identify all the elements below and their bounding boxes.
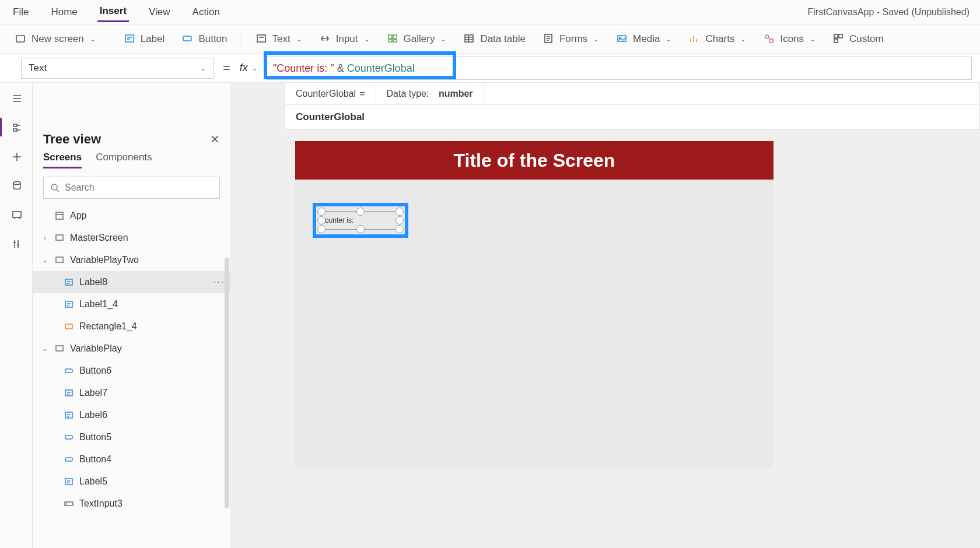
resize-handle[interactable] xyxy=(356,225,365,233)
resize-handle[interactable] xyxy=(317,225,326,233)
resize-handle[interactable] xyxy=(396,216,404,224)
chevron-down-icon: ⌄ xyxy=(251,64,257,72)
button-icon xyxy=(182,33,194,45)
menu-action[interactable]: Action xyxy=(190,3,222,22)
data-table-icon xyxy=(464,33,475,45)
expand-icon[interactable]: › xyxy=(41,234,49,242)
search-icon xyxy=(50,182,60,193)
expand-icon[interactable]: ⌄ xyxy=(41,345,49,353)
tree-search[interactable] xyxy=(43,177,220,199)
menu-file[interactable]: File xyxy=(10,3,31,22)
equals-label: = xyxy=(223,61,230,76)
property-select[interactable]: Text ⌄ xyxy=(21,58,214,79)
menu-insert[interactable]: Insert xyxy=(97,2,129,22)
tree-node-label6[interactable]: Label6 xyxy=(33,404,230,426)
tree-node-textinput3[interactable]: TextInput3 xyxy=(33,493,230,515)
intellisense-suggestion[interactable]: CounterGlobal xyxy=(285,105,979,129)
more-icon[interactable]: ··· xyxy=(214,277,225,287)
input-button[interactable]: Input⌄ xyxy=(313,30,377,48)
tree-list: App›MasterScreen⌄VariablePlayTwoLabel8··… xyxy=(33,205,230,548)
resize-handle[interactable] xyxy=(396,208,404,216)
charts-button[interactable]: Charts⌄ xyxy=(682,30,753,48)
fx-button[interactable]: fx⌄ xyxy=(240,62,257,74)
tree-node-label: Label1_4 xyxy=(79,299,118,310)
tree-node-app[interactable]: App xyxy=(33,205,230,227)
resize-handle[interactable] xyxy=(317,216,326,224)
svg-rect-14 xyxy=(834,34,838,38)
tree-node-label: Label7 xyxy=(79,388,107,398)
tree-node-label: Button6 xyxy=(79,366,111,376)
svg-rect-20 xyxy=(56,212,63,219)
gallery-button[interactable]: Gallery⌄ xyxy=(380,30,454,48)
tree-node-label: Label5 xyxy=(79,476,107,487)
selected-control-highlight[interactable]: ounter is: xyxy=(313,203,408,238)
tab-screens[interactable]: Screens xyxy=(43,152,82,168)
label-label: Label xyxy=(141,33,165,45)
tree-node-rectangle1_4[interactable]: Rectangle1_4 xyxy=(33,315,230,338)
tree-node-masterscreen[interactable]: ›MasterScreen xyxy=(33,227,230,249)
forms-button[interactable]: Forms⌄ xyxy=(536,30,606,48)
icons-button[interactable]: Icons⌄ xyxy=(757,30,822,48)
svg-rect-30 xyxy=(65,435,72,439)
tree-view-icon[interactable] xyxy=(9,120,23,134)
tree-node-label: Rectangle1_4 xyxy=(79,321,137,332)
formula-input[interactable]: "Counter is: " & CounterGlobal xyxy=(267,57,972,80)
app-title: FirstCanvasApp - Saved (Unpublished) xyxy=(808,7,970,17)
tree-tabs: Screens Components xyxy=(33,152,230,174)
data-icon[interactable] xyxy=(9,178,23,192)
button-button[interactable]: Button xyxy=(175,30,234,48)
new-screen-button[interactable]: New screen⌄ xyxy=(8,30,103,48)
tree-node-button5[interactable]: Button5 xyxy=(33,426,230,448)
tree-node-button6[interactable]: Button6 xyxy=(33,360,230,382)
text-button[interactable]: Text⌄ xyxy=(249,30,309,48)
custom-label: Custom xyxy=(849,33,884,45)
tree-node-variableplay[interactable]: ⌄VariablePlay xyxy=(33,338,230,360)
data-table-button[interactable]: Data table xyxy=(457,30,533,48)
tree-search-input[interactable] xyxy=(65,182,214,193)
forms-icon xyxy=(543,33,555,45)
svg-rect-2 xyxy=(183,36,191,41)
screen-stage[interactable]: Title of the Screen ounter is: xyxy=(295,141,774,468)
tree-node-label: Label8 xyxy=(79,277,107,287)
screen-icon xyxy=(54,232,65,244)
tree-node-variableplaytwo[interactable]: ⌄VariablePlayTwo xyxy=(33,249,230,271)
canvas-area[interactable]: Title of the Screen ounter is: xyxy=(231,83,980,548)
media-rail-icon[interactable] xyxy=(9,208,23,222)
button-icon xyxy=(63,454,75,465)
resize-handle[interactable] xyxy=(396,225,404,233)
scrollbar[interactable] xyxy=(225,258,229,508)
intellisense-panel: CounterGlobal = Data type: number Counte… xyxy=(285,83,980,130)
tree-node-label8[interactable]: Label8··· xyxy=(33,271,230,293)
svg-rect-22 xyxy=(56,257,63,262)
label-icon xyxy=(124,33,136,45)
close-icon[interactable]: ✕ xyxy=(210,132,220,146)
label-icon xyxy=(63,276,75,288)
resize-handle[interactable] xyxy=(356,208,365,216)
media-button[interactable]: Media⌄ xyxy=(610,30,678,48)
chevron-down-icon: ⌄ xyxy=(296,35,302,43)
tab-components[interactable]: Components xyxy=(96,152,152,168)
expand-icon[interactable]: ⌄ xyxy=(41,256,49,264)
chevron-down-icon: ⌄ xyxy=(364,35,370,43)
label-icon xyxy=(63,298,75,310)
custom-button[interactable]: Custom xyxy=(826,30,891,48)
svg-rect-24 xyxy=(65,301,72,307)
svg-rect-6 xyxy=(388,40,392,42)
insert-icon[interactable] xyxy=(9,149,23,163)
label-button[interactable]: Label xyxy=(117,30,172,48)
svg-rect-13 xyxy=(769,39,773,43)
hamburger-icon[interactable] xyxy=(9,91,23,105)
media-label: Media xyxy=(633,33,660,45)
menu-home[interactable]: Home xyxy=(48,3,79,22)
advanced-tools-icon[interactable] xyxy=(9,237,23,251)
menu-view[interactable]: View xyxy=(146,3,173,22)
svg-rect-31 xyxy=(65,458,72,461)
tree-node-label1_4[interactable]: Label1_4 xyxy=(33,293,230,315)
tree-node-label5[interactable]: Label5 xyxy=(33,470,230,493)
resize-handle[interactable] xyxy=(317,208,326,216)
tree-node-label: Button5 xyxy=(79,432,111,442)
tree-node-label7[interactable]: Label7 xyxy=(33,382,230,404)
formula-text: "Counter is: " & CounterGlobal xyxy=(267,62,415,75)
tree-node-button4[interactable]: Button4 xyxy=(33,448,230,470)
text-label: Text xyxy=(272,33,290,45)
